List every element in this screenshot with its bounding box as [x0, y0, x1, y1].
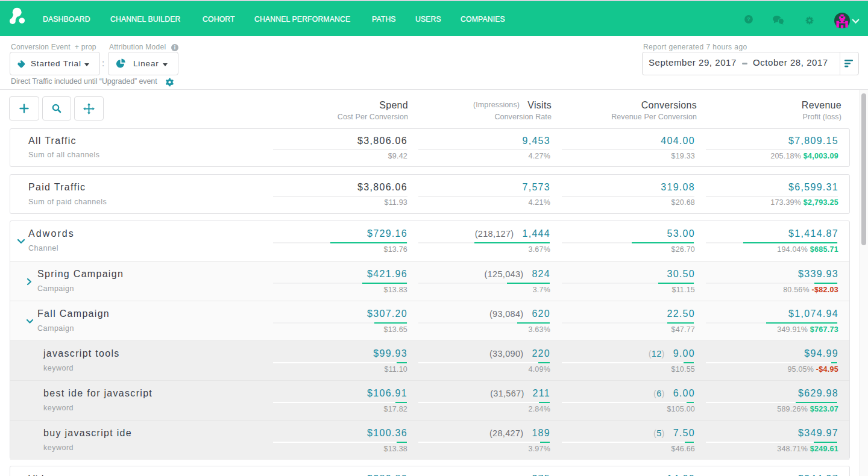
svg-text:?: ? [747, 16, 750, 22]
